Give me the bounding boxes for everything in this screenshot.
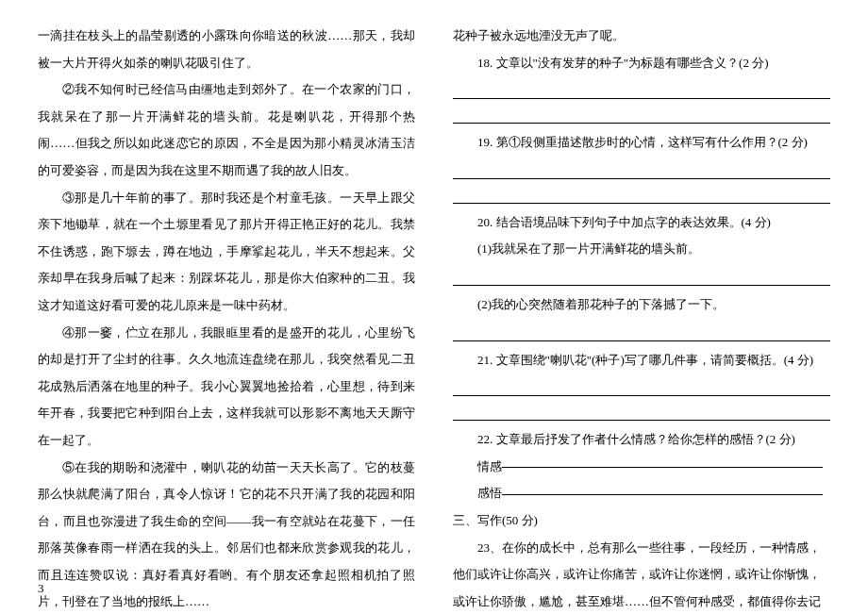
question-18: 18. 文章以"没有发芽的种子"为标题有哪些含义？(2 分) bbox=[453, 50, 830, 77]
answer-line[interactable] bbox=[453, 323, 830, 341]
para-5: ⑤在我的期盼和浇灌中，喇叭花的幼苗一天天长高了。它的枝蔓那么快就爬满了阳台，真令… bbox=[38, 455, 415, 615]
answer-line[interactable] bbox=[453, 402, 830, 421]
label-insight: 感悟 bbox=[477, 486, 502, 500]
answer-line[interactable] bbox=[453, 377, 830, 396]
question-20: 20. 结合语境品味下列句子中加点字的表达效果。(4 分) bbox=[453, 209, 830, 237]
right-column: 花种子被永远地湮没无声了呢。 18. 文章以"没有发芽的种子"为标题有哪些含义？… bbox=[453, 23, 830, 595]
page-number: 3 bbox=[38, 575, 44, 603]
answer-line[interactable] bbox=[453, 267, 830, 286]
answer-line[interactable] bbox=[453, 160, 830, 179]
para-cont: 花种子被永远地湮没无声了呢。 bbox=[453, 23, 830, 50]
question-20-2: (2)我的心突然随着那花种子的下落撼了一下。 bbox=[453, 291, 830, 319]
answer-line[interactable] bbox=[453, 80, 830, 99]
para-1: 一滴挂在枝头上的晶莹剔透的小露珠向你暗送的秋波……那天，我却被一大片开得火如荼的… bbox=[38, 23, 415, 76]
question-23: 23、在你的成长中，总有那么一些往事，一段经历，一种情感，他们或许让你高兴，或许… bbox=[453, 535, 830, 614]
question-21: 21. 文章围绕"喇叭花"(种子)写了哪几件事，请简要概括。(4 分) bbox=[453, 347, 830, 374]
answer-line[interactable] bbox=[453, 185, 830, 204]
section-3-heading: 三、写作(50 分) bbox=[453, 507, 830, 535]
left-column: 一滴挂在枝头上的晶莹剔透的小露珠向你暗送的秋波……那天，我却被一大片开得火如荼的… bbox=[38, 23, 415, 595]
answer-inline[interactable] bbox=[502, 494, 823, 495]
label-emotion: 情感 bbox=[477, 459, 502, 473]
para-3: ③那是几十年前的事了。那时我还是个村童毛孩。一天早上跟父亲下地锄草，就在一个土塬… bbox=[38, 185, 415, 320]
para-2: ②我不知何时已经信马由缰地走到郊外了。在一个农家的门口，我就呆在了那一片开满鲜花… bbox=[38, 76, 415, 184]
question-22: 22. 文章最后抒发了作者什么情感？给你怎样的感悟？(2 分) bbox=[453, 426, 830, 454]
question-22-insight: 感悟 bbox=[453, 480, 830, 507]
answer-line[interactable] bbox=[453, 105, 830, 124]
question-22-emotion: 情感 bbox=[453, 454, 830, 481]
question-19: 19. 第①段侧重描述散步时的心情，这样写有什么作用？(2 分) bbox=[453, 129, 830, 157]
question-20-1: (1)我就呆在了那一片开满鲜花的墙头前。 bbox=[453, 236, 830, 263]
answer-inline[interactable] bbox=[502, 467, 823, 468]
para-4: ④那一窭，伫立在那儿，我眼眶里看的是盛开的花儿，心里纷飞的却是打开了尘封的往事。… bbox=[38, 320, 415, 455]
